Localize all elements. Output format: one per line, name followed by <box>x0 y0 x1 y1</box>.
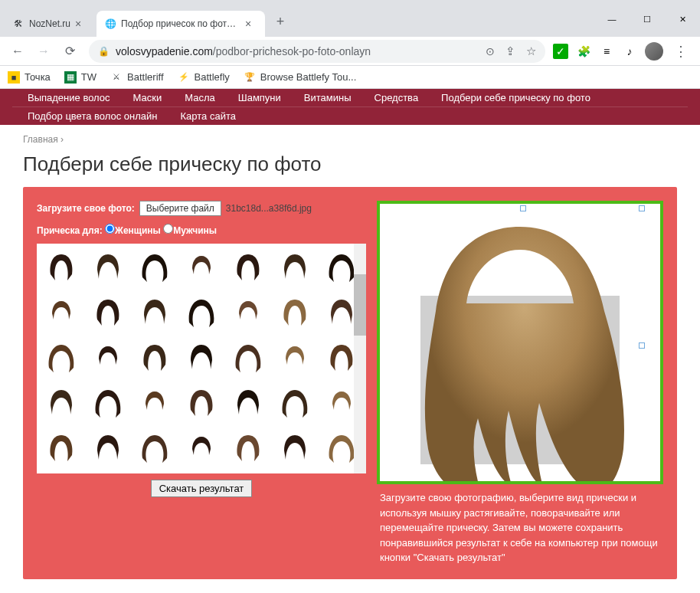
nav-link[interactable]: Подбор цвета волос онлайн <box>28 110 158 122</box>
hairstyle-option[interactable] <box>226 246 270 289</box>
forward-button[interactable]: → <box>32 40 55 63</box>
hairstyle-option[interactable] <box>132 427 176 470</box>
star-icon[interactable]: ☆ <box>526 44 536 58</box>
radio-women[interactable] <box>105 224 115 234</box>
resize-handle-e[interactable] <box>639 342 645 349</box>
hairstyle-option[interactable] <box>273 246 316 289</box>
hairstyle-option[interactable] <box>179 336 223 379</box>
scrollbar[interactable] <box>354 244 366 473</box>
gender-label: Прическа для: <box>37 225 103 236</box>
hairstyle-option[interactable] <box>179 246 223 289</box>
hairstyle-overlay[interactable] <box>397 219 643 484</box>
upload-row: Загрузите свое фото: Выберите файл 31bc1… <box>37 201 366 216</box>
nav-link[interactable]: Масла <box>185 92 215 103</box>
breadcrumb-home[interactable]: Главная <box>23 134 58 145</box>
breadcrumb: Главная › <box>0 125 700 145</box>
hairstyle-option[interactable] <box>273 336 316 379</box>
scrollbar-thumb[interactable] <box>354 274 366 336</box>
hairstyle-option[interactable] <box>179 427 223 470</box>
hairstyle-option[interactable] <box>39 382 83 424</box>
bookmarks-bar: ■Точка ▦TW ⚔Battleriff ⚡Battlefly 🏆Brows… <box>0 66 700 89</box>
url-bar: ← → ⟳ 🔒 volosvypadenie.com/podbor-priche… <box>0 37 700 66</box>
back-button[interactable]: ← <box>6 40 29 63</box>
hairstyle-option[interactable] <box>132 382 176 424</box>
nav-link[interactable]: Подбери себе прическу по фото <box>441 92 590 103</box>
hairstyle-option[interactable] <box>39 291 83 334</box>
hairstyle-option[interactable] <box>132 291 176 334</box>
preview-column: Загрузите свою фотографию, выберите вид … <box>377 201 663 565</box>
nav-link[interactable]: Шампуни <box>238 92 281 103</box>
hairstyle-panel: Загрузите свое фото: Выберите файл 31bc1… <box>23 187 677 579</box>
page-title: Подбери себе прическу по фото <box>0 145 700 187</box>
nav-link[interactable]: Маски <box>133 92 162 103</box>
hairstyle-option[interactable] <box>226 336 270 379</box>
hairstyle-option[interactable] <box>179 291 223 334</box>
profile-avatar[interactable] <box>645 42 663 61</box>
controls-column: Загрузите свое фото: Выберите файл 31bc1… <box>37 201 366 565</box>
page-content: Выпадение волосМаскиМаслаШампуниВитамины… <box>0 89 700 593</box>
breadcrumb-sep: › <box>61 134 64 145</box>
hairstyle-option[interactable] <box>226 291 270 334</box>
music-icon[interactable]: ♪ <box>622 44 637 59</box>
nav-link[interactable]: Средства <box>375 92 419 103</box>
instructions-text: Загрузите свою фотографию, выберите вид … <box>377 484 663 565</box>
playlist-icon[interactable]: ≡ <box>599 44 614 59</box>
hairstyle-option[interactable] <box>132 336 176 379</box>
download-button[interactable]: Скачать результат <box>151 480 253 497</box>
hairstyle-option[interactable] <box>273 427 316 470</box>
maximize-button[interactable]: ☐ <box>630 8 665 31</box>
hairstyle-option[interactable] <box>39 336 83 379</box>
preview-canvas[interactable] <box>377 201 663 484</box>
share-icon[interactable]: ⇪ <box>505 44 515 58</box>
resize-handle-ne[interactable] <box>639 205 645 211</box>
url-actions: ⊙ ⇪ ☆ <box>486 44 536 58</box>
hairstyle-option[interactable] <box>86 246 129 289</box>
minimize-button[interactable]: — <box>594 8 630 31</box>
hairstyle-option[interactable] <box>39 246 83 289</box>
url-path: /podbor-prichesok-po-foto-onlayn <box>213 45 371 57</box>
address-bar[interactable]: 🔒 volosvypadenie.com/podbor-prichesok-po… <box>89 40 545 63</box>
new-tab-button[interactable]: + <box>270 11 291 32</box>
puzzle-icon[interactable]: 🧩 <box>576 44 591 59</box>
choose-file-button[interactable]: Выберите файл <box>139 201 221 216</box>
hairstyle-option[interactable] <box>132 246 176 289</box>
hairstyle-option[interactable] <box>226 382 270 424</box>
hairstyle-option[interactable] <box>86 291 129 334</box>
resize-handle-n[interactable] <box>520 205 526 211</box>
tab-active[interactable]: 🌐 Подбор причесок по фото онла × <box>96 11 265 37</box>
close-icon[interactable]: × <box>75 18 87 30</box>
bookmark-battlefly[interactable]: ⚡Battlefly <box>178 71 230 84</box>
tab-strip: 🛠 NozNet.ru × 🌐 Подбор причесок по фото … <box>0 6 594 37</box>
menu-button[interactable]: ⋮ <box>671 43 691 60</box>
hairstyle-option[interactable] <box>273 382 316 424</box>
search-icon[interactable]: ⊙ <box>486 45 495 57</box>
close-icon[interactable]: × <box>245 18 257 30</box>
nav-link[interactable]: Витамины <box>304 92 352 103</box>
globe-icon: 🌐 <box>104 18 116 30</box>
hairstyle-option[interactable] <box>86 336 129 379</box>
hairstyle-option[interactable] <box>86 427 129 470</box>
reload-button[interactable]: ⟳ <box>58 40 81 63</box>
lock-icon: 🔒 <box>98 46 110 57</box>
url-domain: volosvypadenie.com <box>116 45 213 57</box>
bookmark-battleriff[interactable]: ⚔Battleriff <box>110 71 163 84</box>
radio-men[interactable] <box>163 224 173 234</box>
extensions: ✓ 🧩 ≡ ♪ ⋮ <box>553 42 694 61</box>
hairstyle-option[interactable] <box>179 382 223 424</box>
nav-link[interactable]: Выпадение волос <box>28 92 110 103</box>
wrench-icon: 🛠 <box>12 18 25 30</box>
hairstyle-option[interactable] <box>273 291 316 334</box>
bookmark-tochka[interactable]: ■Точка <box>8 71 51 84</box>
close-button[interactable]: ✕ <box>665 8 700 31</box>
label-women: Женщины <box>115 225 161 236</box>
checkmark-icon[interactable]: ✓ <box>553 44 568 59</box>
hairstyle-option[interactable] <box>86 382 129 424</box>
nav-link[interactable]: Карта сайта <box>181 110 236 122</box>
window-controls: — ☐ ✕ <box>594 6 700 37</box>
bookmark-battlefy[interactable]: 🏆Browse Battlefy Tou... <box>244 71 357 84</box>
nav-row-2: Подбор цвета волос онлайнКарта сайта <box>12 107 688 125</box>
hairstyle-option[interactable] <box>39 427 83 470</box>
bookmark-tw[interactable]: ▦TW <box>64 71 96 84</box>
hairstyle-option[interactable] <box>226 427 270 470</box>
tab-noznet[interactable]: 🛠 NozNet.ru × <box>5 11 95 37</box>
